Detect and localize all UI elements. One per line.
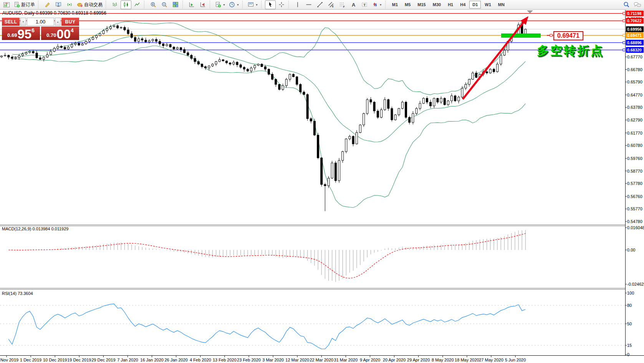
- svg-text:0.55770: 0.55770: [627, 206, 642, 211]
- price-level-lines[interactable]: [0, 13, 625, 50]
- svg-text:3 Mar 2020: 3 Mar 2020: [262, 358, 284, 362]
- svg-text:0.60780: 0.60780: [627, 143, 642, 148]
- crosshair-tool-button[interactable]: [276, 0, 287, 9]
- trendline-icon: [317, 2, 323, 8]
- autotrading-icon: [77, 2, 83, 8]
- svg-text:0.56760: 0.56760: [627, 194, 642, 199]
- svg-text:8 May 2020: 8 May 2020: [432, 358, 454, 362]
- bar-chart-icon: [112, 2, 118, 8]
- bar-chart-mode-button[interactable]: [109, 0, 120, 9]
- svg-text:19 Dec 2019: 19 Dec 2019: [67, 358, 91, 362]
- volume-input[interactable]: 1.00: [27, 18, 54, 26]
- price-level-flag[interactable]: 0.69471: [553, 31, 583, 40]
- pivot-annotation-text[interactable]: 多空转折点: [537, 43, 604, 59]
- candlestick-mode-button[interactable]: [121, 0, 131, 9]
- svg-text:20 Apr 2020: 20 Apr 2020: [383, 358, 406, 362]
- templates-button[interactable]: ▼: [246, 0, 260, 9]
- wizard-icon: [44, 2, 50, 8]
- indicators-button[interactable]: ▼: [214, 0, 227, 9]
- arrows-tool-button[interactable]: ▼: [370, 0, 384, 9]
- tile-windows-button[interactable]: [170, 0, 181, 9]
- svg-text:0.67770: 0.67770: [627, 55, 642, 59]
- timeframe-button-M30[interactable]: M30: [430, 1, 444, 8]
- svg-text:0.64770: 0.64770: [627, 93, 642, 97]
- autotrading-button[interactable]: 自动交易: [75, 0, 104, 9]
- tile-windows-icon: [172, 2, 179, 8]
- chat-icon: [634, 2, 641, 8]
- svg-text:1 Dec 2019: 1 Dec 2019: [20, 358, 41, 362]
- volume-increase-button[interactable]: ▲: [55, 18, 61, 26]
- chart-shift-icon: [200, 2, 206, 8]
- timeframe-button-M1[interactable]: M1: [389, 1, 401, 8]
- buy-price-display[interactable]: 0.70 00 4: [41, 27, 79, 40]
- svg-text:31 Mar 2020: 31 Mar 2020: [334, 358, 358, 362]
- timeframe-button-M5[interactable]: M5: [402, 1, 414, 8]
- chart-wizard-button[interactable]: [42, 0, 53, 9]
- svg-text:26 Jan 2020: 26 Jan 2020: [164, 358, 188, 362]
- sell-price-pip: 6: [31, 27, 35, 33]
- svg-text:13 Feb 2020: 13 Feb 2020: [213, 358, 237, 362]
- template-icon: [248, 2, 254, 8]
- svg-text:0: 0: [627, 352, 629, 357]
- buy-button[interactable]: BUY: [61, 18, 79, 26]
- indicators-icon: [215, 2, 221, 8]
- svg-text:0.62790: 0.62790: [627, 118, 642, 122]
- horizontal-line-tool-button[interactable]: [303, 0, 314, 9]
- chart-shift-button[interactable]: [197, 0, 208, 9]
- fibonacci-tool-button[interactable]: F: [337, 0, 348, 9]
- svg-text:5 Jun 2020: 5 Jun 2020: [505, 358, 526, 362]
- timeframe-button-H1[interactable]: H1: [445, 1, 456, 8]
- vertical-line-tool-button[interactable]: [292, 0, 303, 9]
- svg-text:0.71198: 0.71198: [627, 11, 642, 16]
- periods-button[interactable]: ▼: [227, 0, 241, 9]
- new-order-label: 新订单: [21, 2, 35, 8]
- cursor-icon: [267, 2, 273, 8]
- new-order-icon: [14, 2, 20, 8]
- buy-price-pip: 4: [71, 27, 74, 33]
- trend-arrow-line: [463, 20, 526, 99]
- zoom-in-button[interactable]: [148, 0, 159, 9]
- new-order-button[interactable]: 新订单: [12, 0, 36, 9]
- zoom-out-button[interactable]: [159, 0, 170, 9]
- timeframe-button-MN[interactable]: MN: [495, 1, 508, 8]
- one-click-trading-panel: SELL ▼ 1.00 ▲ BUY 0.69 95 6 0.70 00 4: [2, 18, 79, 40]
- channel-tool-button[interactable]: E: [326, 0, 336, 9]
- timeframe-button-M15[interactable]: M15: [414, 1, 429, 8]
- horizontal-line-icon: [306, 2, 312, 8]
- svg-text:A: A: [352, 2, 356, 8]
- svg-text:F: F: [343, 5, 344, 8]
- date-axis: 21 Nov 20191 Dec 201910 Dec 201919 Dec 2…: [0, 355, 526, 362]
- trendline-tool-button[interactable]: [315, 0, 325, 9]
- svg-text:0.63780: 0.63780: [627, 105, 642, 110]
- profile-button[interactable]: [53, 0, 64, 9]
- cursor-tool-button[interactable]: [265, 0, 276, 9]
- sell-price-display[interactable]: 0.69 95 6: [2, 27, 40, 40]
- vertical-line-icon: [295, 2, 301, 8]
- line-chart-mode-button[interactable]: [132, 0, 142, 9]
- signals-button[interactable]: [64, 0, 75, 9]
- svg-text:29 Dec 2019: 29 Dec 2019: [91, 358, 115, 362]
- sell-button[interactable]: SELL: [2, 18, 20, 26]
- chat-button[interactable]: [632, 0, 643, 9]
- chart-title: AUDUSD, Daily 0.69399 0.70630 0.69318 0.…: [2, 10, 106, 16]
- arrows-icon: [372, 2, 378, 8]
- zoom-out-icon: [161, 2, 167, 8]
- text-label-icon: T: [361, 2, 368, 8]
- text-label-tool-button[interactable]: T: [359, 0, 370, 9]
- timeframe-button-H4[interactable]: H4: [457, 1, 469, 8]
- svg-text:0.66780: 0.66780: [627, 67, 642, 72]
- search-button[interactable]: [621, 0, 632, 9]
- svg-text:22 Mar 2020: 22 Mar 2020: [310, 358, 333, 362]
- svg-text:9 Apr 2020: 9 Apr 2020: [360, 358, 380, 362]
- chart-window-icon: [1, 0, 12, 9]
- timeframe-button-D1[interactable]: D1: [469, 1, 481, 8]
- profile-icon: [55, 2, 61, 8]
- text-tool-button[interactable]: A: [348, 0, 359, 9]
- timeframe-button-W1[interactable]: W1: [482, 1, 494, 8]
- auto-scroll-button[interactable]: [186, 0, 197, 9]
- crosshair-icon: [278, 2, 285, 8]
- candlestick-icon: [123, 2, 129, 8]
- svg-text:0.54780: 0.54780: [627, 219, 642, 224]
- svg-text:0.57780: 0.57780: [627, 181, 642, 186]
- volume-decrease-button[interactable]: ▼: [20, 18, 26, 26]
